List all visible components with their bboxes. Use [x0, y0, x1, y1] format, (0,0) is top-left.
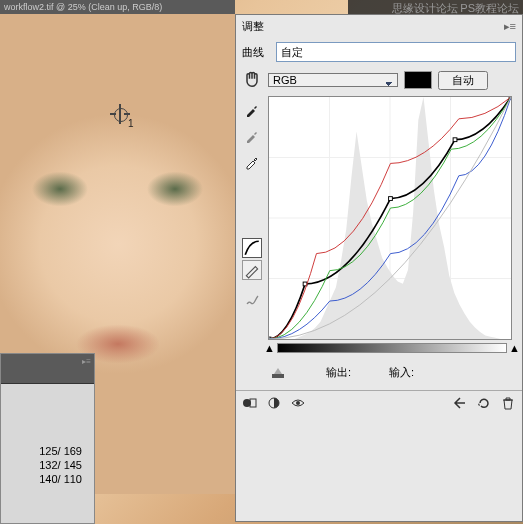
eyedropper-black-icon[interactable]	[242, 100, 262, 120]
info-value-row: 125/ 169	[5, 444, 90, 458]
sampler-index: 1	[128, 118, 134, 129]
adjustments-label: 调整	[242, 19, 270, 34]
panel-menu-icon[interactable]: ▸≡	[504, 20, 516, 33]
input-label: 输入:	[389, 365, 414, 380]
channel-color-swatch	[404, 71, 432, 89]
curve-mode-icon[interactable]	[242, 238, 262, 258]
channel-select[interactable]: RGB	[268, 73, 398, 87]
view-icon[interactable]	[290, 395, 306, 411]
pencil-mode-icon[interactable]	[242, 260, 262, 280]
prev-state-icon[interactable]	[452, 395, 468, 411]
info-panel: ▸≡ 125/ 169 132/ 145 140/ 110	[0, 353, 95, 524]
layer-mask-icon[interactable]	[242, 395, 258, 411]
info-value-row: 140/ 110	[5, 472, 90, 486]
curves-preset-select[interactable]: 自定	[276, 42, 516, 62]
smooth-icon[interactable]	[242, 290, 262, 310]
hand-icon[interactable]	[242, 70, 262, 90]
svg-rect-11	[272, 374, 284, 378]
curves-graph[interactable]	[268, 96, 512, 340]
document-tab[interactable]: workflow2.tif @ 25% (Clean up, RGB/8)	[0, 0, 235, 14]
info-value-row: 132/ 145	[5, 458, 90, 472]
adjustment-icon[interactable]	[266, 395, 282, 411]
panel-menu-icon[interactable]: ▸≡	[82, 357, 91, 366]
output-label: 输出:	[326, 365, 351, 380]
eyedropper-gray-icon[interactable]	[242, 126, 262, 146]
panel-footer	[236, 390, 522, 415]
color-sampler-1[interactable]: 1	[110, 104, 130, 124]
auto-button[interactable]: 自动	[438, 71, 488, 90]
info-panel-tabs[interactable]: ▸≡	[1, 354, 94, 384]
input-gradient-strip[interactable]: ▲ ▲	[268, 342, 516, 354]
svg-point-15	[296, 401, 300, 405]
trash-icon[interactable]	[500, 395, 516, 411]
curves-adjustments-panel: 调整 ▸≡ 曲线 自定 RGB 自动	[235, 14, 523, 522]
reset-icon[interactable]	[476, 395, 492, 411]
preset-label: 曲线	[242, 45, 270, 60]
watermark-left: 思缘设计论坛	[392, 2, 458, 14]
clip-icon[interactable]	[268, 362, 288, 382]
svg-rect-9	[453, 138, 457, 142]
eyedropper-white-icon[interactable]	[242, 152, 262, 172]
svg-rect-8	[389, 197, 393, 201]
